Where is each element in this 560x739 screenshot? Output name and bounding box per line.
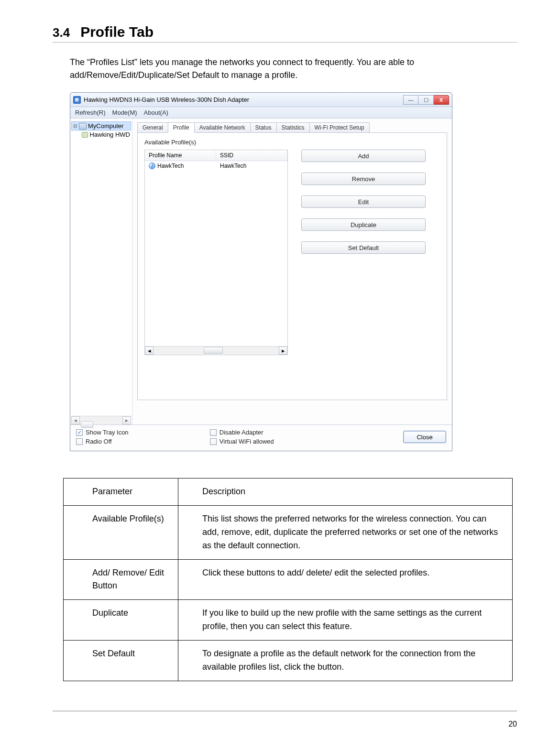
maximize-button[interactable]: ▢ [418,95,434,105]
close-window-button[interactable]: X [434,95,449,105]
scroll-right-icon[interactable]: ▸ [122,416,131,424]
edit-button[interactable]: Edit [301,196,426,208]
list-scroll-left-icon[interactable]: ◂ [145,347,154,355]
virtual-wifi-label: Virtual WiFi allowed [220,438,274,445]
menu-refresh[interactable]: Refresh(R) [75,109,106,116]
checkbox-icon [210,429,217,436]
disable-adapter-label: Disable Adapter [220,429,264,436]
app-icon [73,96,81,104]
desc-cell: If you like to build up the new profile … [178,600,513,641]
desc-cell: To designate a profile as the default ne… [178,641,513,681]
profiles-list[interactable]: Profile Name SSID i HawkTech HawkTech [144,150,288,355]
header-description: Description [178,478,513,506]
add-button[interactable]: Add [301,150,426,162]
tree-collapse-icon[interactable]: ⊟ [73,123,77,129]
param-cell: Add/ Remove/ Edit Button [64,559,178,600]
window-title: Hawking HWDN3 Hi-Gain USB Wireless-300N … [84,96,403,103]
tabs-row: General Profile Available Network Status… [137,122,447,133]
intro-paragraph: The “Profiles List” lets you manage the … [70,56,503,82]
param-cell: Available Profile(s) [64,505,178,559]
col-profile-name[interactable]: Profile Name [145,150,216,161]
tab-body: Available Profile(s) Profile Name SSID i… [137,132,447,400]
section-number: 3.4 [53,25,70,40]
tree-scrollbar[interactable]: ◂ ▸ [71,416,131,424]
page-number: 20 [508,720,517,728]
set-default-button[interactable]: Set Default [301,241,426,254]
list-header: Profile Name SSID [145,150,287,161]
tree-item-mycomputer[interactable]: ⊟ MyComputer [71,121,131,130]
app-window: Hawking HWDN3 Hi-Gain USB Wireless-300N … [70,92,452,451]
window-footer: ✓ Show Tray Icon Radio Off Disable Adapt… [70,424,452,451]
disable-adapter-checkbox[interactable]: Disable Adapter [210,429,274,436]
param-cell: Duplicate [64,600,178,641]
checkbox-icon [210,438,217,445]
footer-rule [53,711,517,711]
table-row: Available Profile(s) This list shows the… [64,505,513,559]
row-profile-name: HawkTech [157,163,184,169]
table-row: Set Default To designate a profile as th… [64,641,513,681]
close-button[interactable]: Close [403,431,446,443]
table-row: Duplicate If you like to build up the ne… [64,600,513,641]
tree-pane: ⊟ MyComputer Hawking HWD ◂ ▸ [70,119,132,424]
list-scroll-thumb[interactable] [204,347,223,354]
menu-about[interactable]: About(A) [144,109,168,116]
info-icon: i [149,163,155,169]
row-ssid: HawkTech [220,163,246,169]
tab-statistics[interactable]: Statistics [276,122,310,133]
adapter-icon [82,132,88,138]
virtual-wifi-checkbox[interactable]: Virtual WiFi allowed [210,438,274,445]
duplicate-button[interactable]: Duplicate [301,218,426,231]
scroll-thumb[interactable] [81,421,93,428]
col-ssid[interactable]: SSID [216,150,287,161]
show-tray-label: Show Tray Icon [86,429,129,436]
scroll-left-icon[interactable]: ◂ [71,416,80,424]
table-row: Add/ Remove/ Edit Button Click these but… [64,559,513,600]
checkbox-icon [76,438,83,445]
tree-label-root: MyComputer [88,122,123,130]
table-header-row: Parameter Description [64,478,513,506]
parameter-table: Parameter Description Available Profile(… [63,478,513,681]
action-buttons: Add Remove Edit Duplicate Set Default [301,150,426,355]
tree-item-adapter[interactable]: Hawking HWD [71,130,131,139]
tab-available-network[interactable]: Available Network [194,122,251,133]
tab-profile[interactable]: Profile [168,122,195,133]
available-profiles-label: Available Profile(s) [144,139,440,146]
checkbox-checked-icon: ✓ [76,429,83,436]
window-controls: — ▢ X [403,95,449,105]
menubar: Refresh(R) Mode(M) About(A) [70,107,452,119]
section-header: 3.4 Profile Tab [53,24,517,43]
radio-off-label: Radio Off [86,438,112,445]
remove-button[interactable]: Remove [301,173,426,185]
desc-cell: This list shows the preferred networks f… [178,505,513,559]
menu-mode[interactable]: Mode(M) [112,109,137,116]
list-scrollbar[interactable]: ◂ ▸ [145,346,287,355]
radio-off-checkbox[interactable]: Radio Off [76,438,129,445]
show-tray-icon-checkbox[interactable]: ✓ Show Tray Icon [76,429,129,436]
desc-cell: Click these buttons to add/ delete/ edit… [178,559,513,600]
list-scroll-right-icon[interactable]: ▸ [279,347,287,355]
tab-wifi-protect-setup[interactable]: Wi-Fi Protect Setup [309,122,370,133]
minimize-button[interactable]: — [403,95,418,105]
tab-status[interactable]: Status [250,122,277,133]
tree-label-child: Hawking HWD [89,131,130,138]
param-cell: Set Default [64,641,178,681]
tab-general[interactable]: General [137,122,168,133]
computer-icon [79,123,87,130]
list-item[interactable]: i HawkTech HawkTech [145,161,287,171]
titlebar[interactable]: Hawking HWDN3 Hi-Gain USB Wireless-300N … [70,93,452,107]
section-title: Profile Tab [80,24,154,40]
header-parameter: Parameter [64,478,178,506]
